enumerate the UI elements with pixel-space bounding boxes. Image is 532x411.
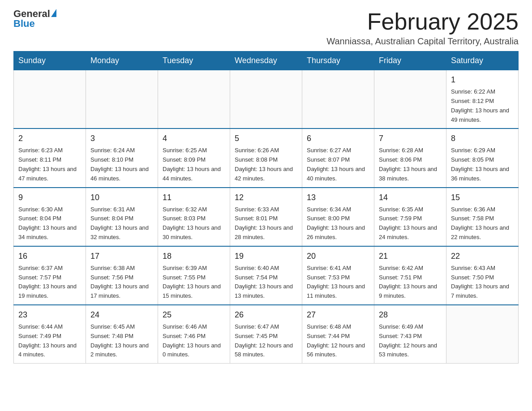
day-info: Sunrise: 6:23 AM Sunset: 8:11 PM Dayligh…	[18, 146, 81, 183]
day-info: Sunrise: 6:48 AM Sunset: 7:44 PM Dayligh…	[307, 322, 369, 360]
table-row	[374, 70, 446, 129]
table-row: 14Sunrise: 6:35 AM Sunset: 7:59 PM Dayli…	[374, 188, 446, 246]
day-info: Sunrise: 6:37 AM Sunset: 7:57 PM Dayligh…	[18, 264, 81, 301]
table-row: 11Sunrise: 6:32 AM Sunset: 8:03 PM Dayli…	[158, 188, 230, 246]
table-row: 16Sunrise: 6:37 AM Sunset: 7:57 PM Dayli…	[14, 246, 86, 305]
table-row: 5Sunrise: 6:26 AM Sunset: 8:08 PM Daylig…	[230, 128, 302, 187]
table-row: 23Sunrise: 6:44 AM Sunset: 7:49 PM Dayli…	[14, 305, 86, 364]
table-row: 21Sunrise: 6:42 AM Sunset: 7:51 PM Dayli…	[374, 246, 446, 305]
day-number: 15	[451, 192, 514, 204]
day-number: 11	[163, 192, 225, 204]
table-row: 19Sunrise: 6:40 AM Sunset: 7:54 PM Dayli…	[230, 246, 302, 305]
day-number: 23	[18, 309, 81, 321]
table-row	[446, 305, 519, 364]
day-info: Sunrise: 6:22 AM Sunset: 8:12 PM Dayligh…	[451, 87, 514, 124]
day-info: Sunrise: 6:40 AM Sunset: 7:54 PM Dayligh…	[235, 264, 297, 301]
day-number: 27	[307, 309, 369, 321]
table-row: 17Sunrise: 6:38 AM Sunset: 7:56 PM Dayli…	[86, 246, 158, 305]
calendar-table: Sunday Monday Tuesday Wednesday Thursday…	[13, 51, 519, 364]
day-info: Sunrise: 6:35 AM Sunset: 7:59 PM Dayligh…	[379, 205, 442, 242]
calendar-week-row: 16Sunrise: 6:37 AM Sunset: 7:57 PM Dayli…	[14, 246, 519, 305]
day-number: 3	[90, 133, 153, 145]
table-row	[158, 70, 230, 129]
day-info: Sunrise: 6:44 AM Sunset: 7:49 PM Dayligh…	[18, 322, 81, 360]
day-number: 7	[379, 133, 442, 145]
calendar-week-row: 2Sunrise: 6:23 AM Sunset: 8:11 PM Daylig…	[14, 128, 519, 187]
day-number: 6	[307, 133, 369, 145]
day-number: 21	[379, 250, 442, 262]
day-info: Sunrise: 6:33 AM Sunset: 8:01 PM Dayligh…	[235, 205, 297, 242]
day-number: 22	[451, 250, 514, 262]
day-info: Sunrise: 6:25 AM Sunset: 8:09 PM Dayligh…	[163, 146, 225, 183]
month-title: February 2025	[326, 9, 519, 34]
day-info: Sunrise: 6:24 AM Sunset: 8:10 PM Dayligh…	[90, 146, 153, 183]
table-row: 28Sunrise: 6:49 AM Sunset: 7:43 PM Dayli…	[374, 305, 446, 364]
table-row: 8Sunrise: 6:29 AM Sunset: 8:05 PM Daylig…	[446, 128, 519, 187]
day-number: 9	[18, 192, 81, 204]
day-info: Sunrise: 6:36 AM Sunset: 7:58 PM Dayligh…	[451, 205, 514, 242]
table-row: 26Sunrise: 6:47 AM Sunset: 7:45 PM Dayli…	[230, 305, 302, 364]
calendar-header-row: Sunday Monday Tuesday Wednesday Thursday…	[14, 51, 519, 70]
logo-blue-text: Blue	[13, 18, 35, 29]
day-number: 14	[379, 192, 442, 204]
header-friday: Friday	[374, 51, 446, 70]
table-row: 27Sunrise: 6:48 AM Sunset: 7:44 PM Dayli…	[302, 305, 374, 364]
day-number: 19	[235, 250, 297, 262]
day-number: 18	[163, 250, 225, 262]
table-row: 6Sunrise: 6:27 AM Sunset: 8:07 PM Daylig…	[302, 128, 374, 187]
calendar-week-row: 9Sunrise: 6:30 AM Sunset: 8:04 PM Daylig…	[14, 188, 519, 246]
day-number: 12	[235, 192, 297, 204]
day-number: 16	[18, 250, 81, 262]
header-tuesday: Tuesday	[158, 51, 230, 70]
day-info: Sunrise: 6:47 AM Sunset: 7:45 PM Dayligh…	[235, 322, 297, 360]
day-info: Sunrise: 6:49 AM Sunset: 7:43 PM Dayligh…	[379, 322, 442, 360]
title-block: February 2025 Wanniassa, Australian Capi…	[326, 9, 519, 47]
day-number: 13	[307, 192, 369, 204]
header-sunday: Sunday	[14, 51, 86, 70]
day-info: Sunrise: 6:38 AM Sunset: 7:56 PM Dayligh…	[90, 264, 153, 301]
table-row: 4Sunrise: 6:25 AM Sunset: 8:09 PM Daylig…	[158, 128, 230, 187]
header-wednesday: Wednesday	[230, 51, 302, 70]
day-info: Sunrise: 6:39 AM Sunset: 7:55 PM Dayligh…	[163, 264, 225, 301]
table-row	[230, 70, 302, 129]
page-header: General Blue February 2025 Wanniassa, Au…	[13, 9, 519, 47]
day-number: 17	[90, 250, 153, 262]
table-row	[302, 70, 374, 129]
logo-triangle-icon	[51, 9, 56, 17]
table-row: 2Sunrise: 6:23 AM Sunset: 8:11 PM Daylig…	[14, 128, 86, 187]
day-info: Sunrise: 6:28 AM Sunset: 8:06 PM Dayligh…	[379, 146, 442, 183]
table-row: 22Sunrise: 6:43 AM Sunset: 7:50 PM Dayli…	[446, 246, 519, 305]
logo: General Blue	[13, 9, 56, 29]
table-row: 3Sunrise: 6:24 AM Sunset: 8:10 PM Daylig…	[86, 128, 158, 187]
day-info: Sunrise: 6:34 AM Sunset: 8:00 PM Dayligh…	[307, 205, 369, 242]
table-row: 18Sunrise: 6:39 AM Sunset: 7:55 PM Dayli…	[158, 246, 230, 305]
day-info: Sunrise: 6:29 AM Sunset: 8:05 PM Dayligh…	[451, 146, 514, 183]
logo-general-text: General	[13, 9, 50, 19]
table-row: 1Sunrise: 6:22 AM Sunset: 8:12 PM Daylig…	[446, 70, 519, 129]
table-row: 13Sunrise: 6:34 AM Sunset: 8:00 PM Dayli…	[302, 188, 374, 246]
table-row: 25Sunrise: 6:46 AM Sunset: 7:46 PM Dayli…	[158, 305, 230, 364]
day-number: 28	[379, 309, 442, 321]
header-monday: Monday	[86, 51, 158, 70]
table-row	[14, 70, 86, 129]
calendar-week-row: 1Sunrise: 6:22 AM Sunset: 8:12 PM Daylig…	[14, 70, 519, 129]
day-info: Sunrise: 6:43 AM Sunset: 7:50 PM Dayligh…	[451, 264, 514, 301]
day-number: 1	[451, 74, 514, 86]
day-number: 5	[235, 133, 297, 145]
location-subtitle: Wanniassa, Australian Capital Territory,…	[326, 36, 519, 47]
day-number: 20	[307, 250, 369, 262]
day-number: 24	[90, 309, 153, 321]
day-info: Sunrise: 6:27 AM Sunset: 8:07 PM Dayligh…	[307, 146, 369, 183]
day-number: 2	[18, 133, 81, 145]
day-number: 4	[163, 133, 225, 145]
table-row: 15Sunrise: 6:36 AM Sunset: 7:58 PM Dayli…	[446, 188, 519, 246]
table-row: 9Sunrise: 6:30 AM Sunset: 8:04 PM Daylig…	[14, 188, 86, 246]
table-row	[86, 70, 158, 129]
day-info: Sunrise: 6:31 AM Sunset: 8:04 PM Dayligh…	[90, 205, 153, 242]
header-thursday: Thursday	[302, 51, 374, 70]
table-row: 24Sunrise: 6:45 AM Sunset: 7:48 PM Dayli…	[86, 305, 158, 364]
calendar-week-row: 23Sunrise: 6:44 AM Sunset: 7:49 PM Dayli…	[14, 305, 519, 364]
day-info: Sunrise: 6:26 AM Sunset: 8:08 PM Dayligh…	[235, 146, 297, 183]
day-info: Sunrise: 6:32 AM Sunset: 8:03 PM Dayligh…	[163, 205, 225, 242]
day-info: Sunrise: 6:46 AM Sunset: 7:46 PM Dayligh…	[163, 322, 225, 360]
